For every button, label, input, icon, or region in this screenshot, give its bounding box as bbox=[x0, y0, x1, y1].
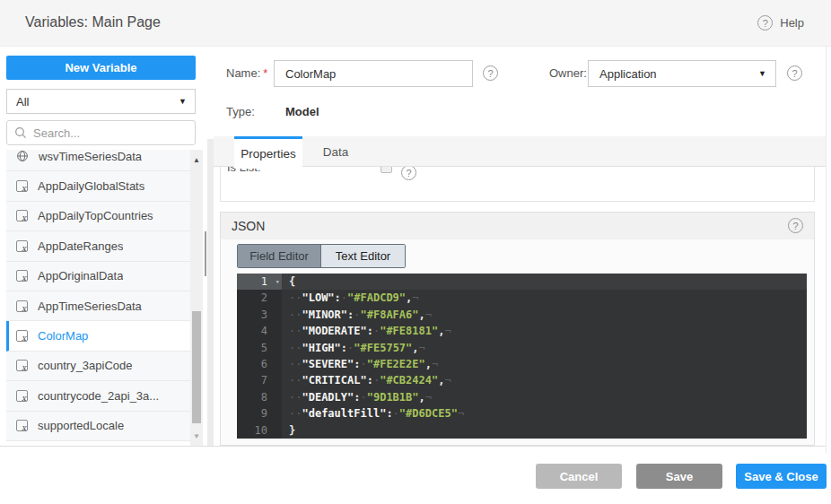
code-line: ··"SEVERE":·"#FE2E2E",¬ bbox=[282, 356, 807, 372]
name-label: Name:* bbox=[226, 66, 267, 80]
scroll-down-icon[interactable]: ▼ bbox=[190, 430, 203, 442]
variable-list-item[interactable]: x AppTimeSeriesData bbox=[6, 291, 190, 321]
variable-label: supportedLocale bbox=[38, 419, 124, 432]
code-line: ··"CRITICAL":·"#CB2424",¬ bbox=[282, 372, 807, 388]
name-help-icon[interactable]: ? bbox=[483, 65, 498, 81]
is-list-panel: Is List: ? bbox=[220, 167, 815, 202]
content-divider bbox=[0, 446, 826, 447]
variable-icon: x bbox=[16, 210, 28, 222]
owner-select[interactable]: Application ▼ bbox=[588, 60, 776, 87]
variable-label: AppOriginalData bbox=[38, 269, 123, 282]
chevron-down-icon: ▼ bbox=[758, 69, 766, 78]
variable-icon: x bbox=[16, 330, 28, 342]
variables-dialog: Variables: Main Page ? Help New Variable… bbox=[0, 0, 831, 504]
json-panel-header: JSON ? bbox=[221, 213, 814, 239]
gutter-line: 1▾ bbox=[237, 274, 282, 290]
json-help-icon[interactable]: ? bbox=[788, 218, 803, 233]
type-value: Model bbox=[285, 105, 319, 118]
editor-code[interactable]: {··"LOW":·"#FADCD9",¬··"MINOR":·"#F8AFA6… bbox=[282, 274, 807, 439]
gutter-line: 10 bbox=[237, 422, 282, 439]
dialog-header: Variables: Main Page ? Help bbox=[0, 0, 831, 47]
new-variable-button[interactable]: New Variable bbox=[6, 56, 196, 80]
help-button[interactable]: ? Help bbox=[757, 15, 804, 30]
variable-label: AppDailyGlobalStats bbox=[38, 179, 144, 193]
variable-icon: x bbox=[16, 240, 28, 252]
gutter-line: 5 bbox=[237, 340, 282, 356]
code-line: ··"LOW":·"#FADCD9",¬ bbox=[282, 290, 807, 306]
editor-mode-toggle: Field Editor Text Editor bbox=[237, 244, 406, 268]
code-line: ··"defaultFill":·"#D6DCE5"¬ bbox=[282, 405, 807, 421]
variable-label: countrycode_2api_3a... bbox=[38, 389, 159, 403]
save-button[interactable]: Save bbox=[636, 464, 722, 489]
gutter-line: 8 bbox=[237, 389, 282, 405]
variable-list-item[interactable]: wsvTimeSeriesData bbox=[6, 150, 190, 171]
search-icon bbox=[14, 126, 27, 139]
is-list-checkbox[interactable] bbox=[381, 167, 392, 173]
tab-bar: Properties Data bbox=[214, 136, 826, 167]
text-editor-button[interactable]: Text Editor bbox=[321, 245, 405, 267]
variable-label: AppTimeSeriesData bbox=[38, 300, 142, 313]
gutter-line: 7 bbox=[237, 372, 282, 388]
help-label: Help bbox=[780, 16, 804, 30]
gutter-line: 9 bbox=[237, 405, 282, 421]
code-line: ··"MINOR":·"#F8AFA6",¬ bbox=[282, 307, 807, 323]
variable-label: ColorMap bbox=[38, 329, 88, 343]
json-title: JSON bbox=[232, 213, 265, 239]
help-icon: ? bbox=[757, 15, 773, 30]
variable-list-item[interactable]: x countrycode_2api_3a... bbox=[6, 381, 190, 411]
type-label: Type: bbox=[226, 105, 255, 118]
search-box[interactable] bbox=[6, 120, 196, 145]
save-and-close-button[interactable]: Save & Close bbox=[736, 464, 827, 489]
code-line: ··"MODERATE":·"#FE8181",¬ bbox=[282, 323, 807, 339]
is-list-help-icon[interactable]: ? bbox=[401, 167, 416, 180]
code-line: { bbox=[282, 274, 807, 290]
sidebar-scrollbar[interactable]: ▲ ▼ bbox=[190, 150, 203, 446]
code-line: ··"HIGH":·"#FE5757",¬ bbox=[282, 340, 807, 356]
gutter-line: 6 bbox=[237, 356, 282, 372]
panel-scroll-track[interactable] bbox=[207, 139, 214, 446]
variable-icon: x bbox=[16, 360, 28, 371]
search-input[interactable] bbox=[33, 126, 177, 140]
variable-list-item[interactable]: x AppDailyGlobalStats bbox=[6, 171, 190, 201]
gutter-line: 2 bbox=[237, 290, 282, 306]
tab-properties[interactable]: Properties bbox=[234, 136, 302, 169]
cancel-button[interactable]: Cancel bbox=[536, 464, 622, 489]
field-editor-button[interactable]: Field Editor bbox=[238, 245, 321, 267]
variable-list: wsvTimeSeriesData x AppDailyGlobalStats … bbox=[6, 150, 190, 446]
owner-value: Application bbox=[599, 67, 657, 81]
fold-icon[interactable]: ▾ bbox=[276, 274, 280, 290]
editor-gutter: 1▾2345678910 bbox=[237, 274, 282, 439]
variable-list-item[interactable]: x supportedLocale bbox=[6, 412, 190, 441]
json-code-editor[interactable]: 1▾2345678910 {··"LOW":·"#FADCD9",¬··"MIN… bbox=[237, 274, 807, 439]
variable-icon: x bbox=[16, 420, 28, 431]
scrollbar-thumb[interactable] bbox=[192, 311, 201, 423]
variable-label: wsvTimeSeriesData bbox=[39, 150, 142, 163]
variable-list-item[interactable]: x AppDailyTopCountries bbox=[6, 202, 190, 231]
scroll-up-icon[interactable]: ▲ bbox=[190, 153, 203, 166]
required-marker: * bbox=[263, 66, 267, 80]
variable-icon: x bbox=[16, 270, 28, 282]
code-line: } bbox=[282, 422, 807, 439]
chevron-down-icon: ▼ bbox=[179, 97, 187, 106]
variable-label: AppDateRanges bbox=[38, 239, 123, 253]
variable-list-item[interactable]: x AppDateRanges bbox=[6, 231, 190, 261]
variable-list-item[interactable]: x AppOriginalData bbox=[6, 262, 190, 291]
gutter-line: 4 bbox=[237, 323, 282, 339]
variable-list-item[interactable]: x ColorMap bbox=[6, 321, 190, 351]
name-input[interactable] bbox=[274, 60, 473, 87]
code-line: ··"DEADLY":·"9D1B1B",¬ bbox=[282, 389, 807, 405]
variable-label: AppDailyTopCountries bbox=[38, 209, 153, 222]
variable-icon: x bbox=[16, 180, 28, 192]
right-edge-divider bbox=[826, 47, 827, 453]
variable-icon: x bbox=[16, 300, 28, 312]
panel-scroll-thumb[interactable] bbox=[205, 231, 206, 276]
variable-label: country_3apiCode bbox=[38, 359, 133, 372]
variable-filter-select[interactable]: All ▼ bbox=[6, 89, 196, 114]
json-panel: JSON ? Field Editor Text Editor 1▾234567… bbox=[220, 212, 815, 446]
globe-icon bbox=[16, 150, 29, 162]
owner-help-icon[interactable]: ? bbox=[787, 65, 802, 81]
variable-list-item[interactable]: x country_3apiCode bbox=[6, 352, 190, 381]
gutter-line: 3 bbox=[237, 307, 282, 323]
variable-icon: x bbox=[16, 390, 28, 402]
tab-data[interactable]: Data bbox=[311, 136, 361, 167]
